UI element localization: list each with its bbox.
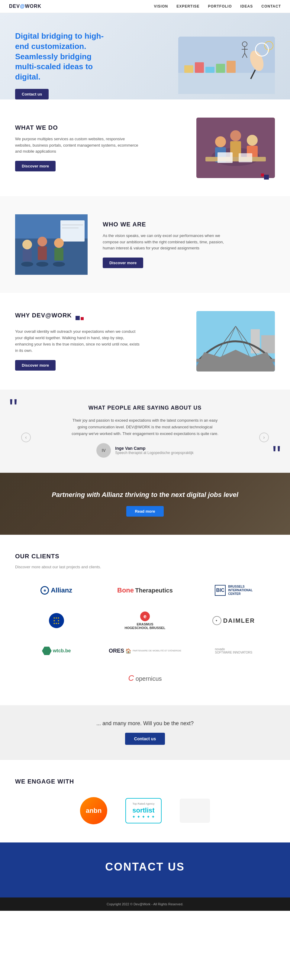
what-we-do-photo	[197, 118, 275, 178]
clients-section: OUR CLIENTS Discover more about our last…	[0, 535, 290, 705]
svg-rect-43	[251, 329, 260, 353]
svg-rect-6	[227, 61, 236, 73]
hero-section: Digital bridging to high-end customizati…	[0, 13, 290, 99]
erasmus-text: erasmusHOGESCHOOL BRUSSEL	[125, 622, 166, 630]
and-more-text: ... and many more. Will you be the next?	[15, 720, 275, 727]
client-logo-eu: ★★★★ ★★★★	[46, 610, 67, 631]
we-engage-section: WE ENGAGE WITH anbn Top Rated Agency sor…	[0, 760, 290, 842]
what-we-do-img-wrap	[197, 118, 275, 178]
bridge-photo	[197, 311, 275, 372]
novado-text: novado	[215, 648, 252, 651]
svg-rect-37	[54, 248, 63, 261]
bic-text: Brussels International Center	[228, 585, 252, 596]
svg-rect-26	[239, 153, 252, 162]
svg-rect-35	[38, 247, 47, 260]
sortlist-logo: Top Rated Agency sortlist ✦ ✦ ✦ ✦ ✦	[125, 798, 162, 823]
client-logo-allianz: ⊕ Allianz	[38, 581, 75, 600]
client-logo-ores: ORES 🏠 PARTENAIRE DE MOBILITÉ ET D'ÉNERG…	[106, 642, 184, 660]
svg-rect-5	[216, 64, 225, 73]
what-we-do-title: WHAT WE DO	[15, 124, 145, 131]
hero-headline: Digital bridging to high-end customizati…	[15, 31, 112, 82]
engage-placeholder	[180, 799, 210, 823]
author-info: Inge Van Camp Speech therapist at Logope…	[115, 446, 193, 455]
svg-rect-25	[217, 152, 233, 163]
clients-subtitle: Discover more about our last projects an…	[15, 565, 275, 569]
why-dev-image	[145, 311, 275, 372]
daimler-text: DAIMLER	[223, 617, 255, 624]
partner-banner-text: Partnering with Allianz thriving to the …	[15, 491, 275, 499]
copernicus-text: opernicus	[136, 675, 162, 682]
nav-ideas[interactable]: IDEAS	[241, 4, 253, 8]
what-we-do-cta[interactable]: Discover more	[15, 161, 55, 172]
what-we-do-description: We purpose multiples services as custom …	[15, 136, 142, 155]
svg-point-20	[230, 130, 241, 141]
svg-point-22	[247, 135, 258, 146]
svg-rect-3	[195, 62, 204, 73]
svg-point-39	[36, 262, 48, 267]
copernicus-c: C	[128, 673, 134, 682]
why-dev-description: Your overall identity will outreach your…	[15, 329, 142, 354]
partner-banner-cta[interactable]: Read more	[126, 506, 163, 517]
client-logo-novado: novado SOFTWARE INNOVATORS	[212, 642, 255, 660]
svg-rect-49	[197, 359, 275, 362]
nav-expertise[interactable]: EXPERTISE	[176, 4, 200, 8]
client-logo-bic: BIC Brussels International Center	[212, 581, 255, 600]
clients-title: OUR CLIENTS	[15, 553, 275, 560]
testimonials-section: " WHAT PEOPLE ARE SAYING ABOUT US ‹ Thei…	[0, 390, 290, 473]
who-we-are-cta[interactable]: Discover more	[103, 258, 143, 268]
square-blue	[76, 316, 80, 320]
nav-portfolio[interactable]: PORTFOLIO	[208, 4, 232, 8]
novado-subtitle: SOFTWARE INNOVATORS	[215, 651, 252, 654]
testimonial-author: IV Inge Van Camp Speech therapist at Log…	[70, 443, 220, 458]
footer-text: Copyright 2022 © Dev@Work - All Rights R…	[107, 902, 183, 906]
square-red	[81, 317, 84, 320]
hero-illustration	[178, 37, 275, 94]
ores-subtitle: PARTENAIRE DE MOBILITÉ ET D'ÉNERGIE	[133, 649, 181, 652]
contact-us-title: Contact uS	[15, 861, 275, 873]
what-we-do-image	[145, 118, 275, 178]
what-we-do-section: WHAT WE DO We purpose multiples services…	[0, 99, 290, 196]
svg-rect-24	[205, 157, 266, 161]
site-logo[interactable]: DEV@WORK	[9, 4, 41, 9]
ores-house-icon: 🏠	[125, 648, 132, 654]
daimler-icon: ✦	[212, 616, 222, 625]
erasmus-icon: e	[140, 611, 150, 621]
hero-image-area	[145, 37, 275, 94]
and-more-cta-button[interactable]: Contact us	[125, 733, 165, 745]
svg-rect-4	[205, 67, 214, 73]
wtcb-text: wtcb.be	[53, 648, 71, 654]
sortlist-stars: ✦ ✦ ✦ ✦ ✦	[132, 815, 155, 819]
bone-text-colored: Bone	[117, 586, 134, 594]
why-dev-text: WHY DEV@WORK Your overall identity will …	[15, 312, 145, 370]
contact-us-section: Contact uS	[0, 842, 290, 897]
carousel-next-button[interactable]: ›	[259, 433, 269, 442]
carousel-prev-button[interactable]: ‹	[21, 433, 31, 442]
hero-cta-button[interactable]: Contact us	[15, 89, 49, 99]
who-we-are-title: WHO WE ARE	[103, 221, 275, 228]
client-logo-wtcb: wtcb.be	[39, 642, 74, 660]
why-dev-title-row: WHY DEV@WORK	[15, 312, 145, 324]
why-dev-title: WHY DEV@WORK	[15, 312, 72, 319]
quote-left-icon: "	[9, 396, 17, 420]
why-dev-cta[interactable]: Discover more	[15, 360, 55, 371]
client-logo-copernicus: C opernicus	[125, 669, 165, 687]
nav-vision[interactable]: VISION	[154, 4, 168, 8]
office-photo-svg	[15, 214, 87, 275]
quote-right-icon: "	[273, 442, 281, 467]
author-role: Speech therapist at Logopedische groepsp…	[115, 451, 193, 455]
sortlist-name: sortlist	[132, 807, 155, 815]
bic-icon: BIC	[215, 585, 226, 596]
nav-contact[interactable]: CONTACT	[261, 4, 281, 8]
team-photo-svg	[197, 118, 275, 178]
ores-text: ORES	[109, 648, 124, 654]
who-we-are-description: As the vision speaks, we can only excel …	[103, 233, 230, 251]
svg-rect-33	[23, 250, 32, 261]
testimonials-title: WHAT PEOPLE ARE SAYING ABOUT US	[15, 405, 275, 411]
svg-point-32	[22, 240, 32, 250]
bridge-svg	[197, 311, 275, 372]
svg-point-40	[53, 262, 65, 267]
why-dev-section: WHY DEV@WORK Your overall identity will …	[0, 293, 290, 390]
allianz-icon: ⊕	[41, 586, 49, 595]
eu-flag: ★★★★ ★★★★	[49, 613, 64, 628]
svg-point-34	[38, 237, 47, 247]
